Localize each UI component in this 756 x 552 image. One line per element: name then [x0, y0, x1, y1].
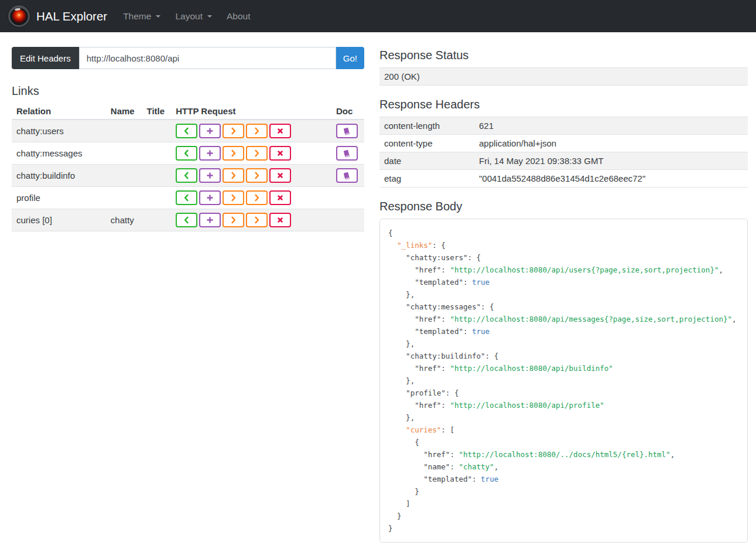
links-table-header: Relation Name Title HTTP Request Doc [12, 103, 364, 120]
title-cell [142, 187, 172, 209]
response-status-title: Response Status [379, 48, 748, 62]
table-row: profile [12, 187, 364, 209]
http-delete-button[interactable] [269, 168, 291, 183]
relation-cell: profile [12, 187, 106, 209]
http-patch-button[interactable] [246, 168, 268, 183]
http-patch-button[interactable] [246, 190, 268, 205]
go-button[interactable]: Go! [336, 47, 364, 69]
code-line: "chatty:messages": { [388, 301, 739, 313]
table-row: chatty:messages [12, 142, 364, 165]
hal-9000-logo-icon[interactable] [8, 5, 30, 27]
http-request-cell [171, 142, 331, 165]
code-line: "href": "http://localhost:8080/api/messa… [388, 313, 739, 325]
chevron-right-icon [230, 127, 237, 135]
code-line: } [388, 485, 739, 498]
doc-button[interactable] [336, 146, 358, 161]
http-delete-button[interactable] [269, 190, 291, 205]
name-cell [106, 187, 142, 209]
doc-button[interactable] [336, 168, 358, 183]
http-get-button[interactable] [176, 190, 197, 205]
http-put-button[interactable] [223, 168, 244, 183]
code-line: ] [388, 498, 739, 510]
http-post-button[interactable] [199, 168, 221, 183]
doc-button[interactable] [336, 124, 358, 138]
http-delete-button[interactable] [269, 146, 291, 161]
http-get-button[interactable] [176, 213, 197, 227]
chevron-left-icon [183, 194, 190, 202]
code-line: "href": "http://localhost:8080/api/profi… [388, 399, 739, 411]
relation-cell: curies [0] [12, 209, 106, 231]
app-title[interactable]: HAL Explorer [36, 9, 107, 23]
chevron-left-icon [183, 149, 190, 157]
header-row: content-length621 [379, 117, 748, 135]
code-line: "name": "chatty", [388, 461, 739, 473]
nav-theme-label: Theme [123, 11, 151, 22]
navbar: HAL Explorer Theme Layout About [0, 0, 756, 32]
code-line: "templated": true [388, 325, 739, 338]
chevron-right-icon [253, 127, 261, 135]
http-post-button[interactable] [199, 213, 221, 227]
col-name: Name [106, 103, 142, 120]
http-patch-button[interactable] [246, 124, 268, 138]
url-bar: Edit Headers Go! [12, 47, 364, 69]
main-content: Edit Headers Go! Links Relation Name Tit… [0, 32, 756, 543]
http-put-button[interactable] [223, 146, 244, 161]
relation-cell: chatty:buildinfo [12, 165, 106, 187]
http-request-cell [171, 120, 331, 142]
http-put-button[interactable] [223, 124, 244, 138]
chevron-left-icon [183, 172, 190, 179]
code-line: "href": "http://localhost:8080/../docs/h… [388, 448, 739, 461]
http-delete-button[interactable] [269, 213, 291, 227]
http-request-cell [171, 165, 331, 187]
url-input[interactable] [79, 47, 336, 69]
code-line: }, [388, 288, 739, 301]
chevron-down-icon [156, 15, 160, 18]
doc-cell [331, 165, 364, 187]
title-cell [142, 165, 172, 187]
chevron-right-icon [230, 194, 237, 202]
header-value: application/hal+json [474, 135, 748, 152]
name-cell [106, 165, 142, 187]
chevron-right-icon [230, 216, 237, 224]
edit-headers-button[interactable]: Edit Headers [12, 47, 79, 69]
http-patch-button[interactable] [246, 213, 268, 227]
plus-icon [206, 127, 214, 135]
response-body-code: { "_links": { "chatty:users": { "href": … [388, 227, 739, 534]
plus-icon [206, 194, 214, 202]
nav-about-label: About [227, 11, 251, 22]
header-row: etag"0041da552488d86e31454d1c2e68eec72" [379, 170, 748, 188]
header-value: Fri, 14 May 2021 09:38:33 GMT [474, 152, 748, 170]
col-relation: Relation [12, 103, 106, 120]
http-get-button[interactable] [176, 146, 197, 161]
code-line: "_links": { [388, 239, 739, 251]
http-request-cell [171, 187, 331, 209]
plus-icon [206, 149, 214, 157]
chevron-right-icon [253, 149, 261, 157]
http-delete-button[interactable] [269, 124, 291, 138]
http-post-button[interactable] [199, 146, 221, 161]
http-put-button[interactable] [223, 190, 244, 205]
http-post-button[interactable] [199, 190, 221, 205]
http-put-button[interactable] [223, 213, 244, 227]
code-line: "chatty:buildinfo": { [388, 350, 739, 362]
code-line: "templated": true [388, 473, 739, 485]
http-get-button[interactable] [176, 124, 197, 138]
http-post-button[interactable] [199, 124, 221, 138]
hal-red-eye-icon [12, 9, 26, 23]
chevron-left-icon [183, 127, 190, 135]
code-line: { [388, 227, 739, 239]
nav-layout-menu[interactable]: Layout [175, 11, 212, 22]
title-cell [142, 142, 172, 165]
code-line: } [388, 510, 739, 522]
nav-about-link[interactable]: About [227, 11, 251, 22]
plus-icon [206, 216, 214, 224]
book-icon [343, 149, 351, 158]
code-line: "templated": true [388, 276, 739, 288]
nav-layout-label: Layout [175, 11, 203, 22]
nav-theme-menu[interactable]: Theme [123, 11, 160, 22]
http-get-button[interactable] [176, 168, 197, 183]
response-body-title: Response Body [379, 199, 748, 213]
code-line: }, [388, 338, 739, 350]
code-line: "curies": [ [388, 424, 739, 436]
http-patch-button[interactable] [246, 146, 268, 161]
